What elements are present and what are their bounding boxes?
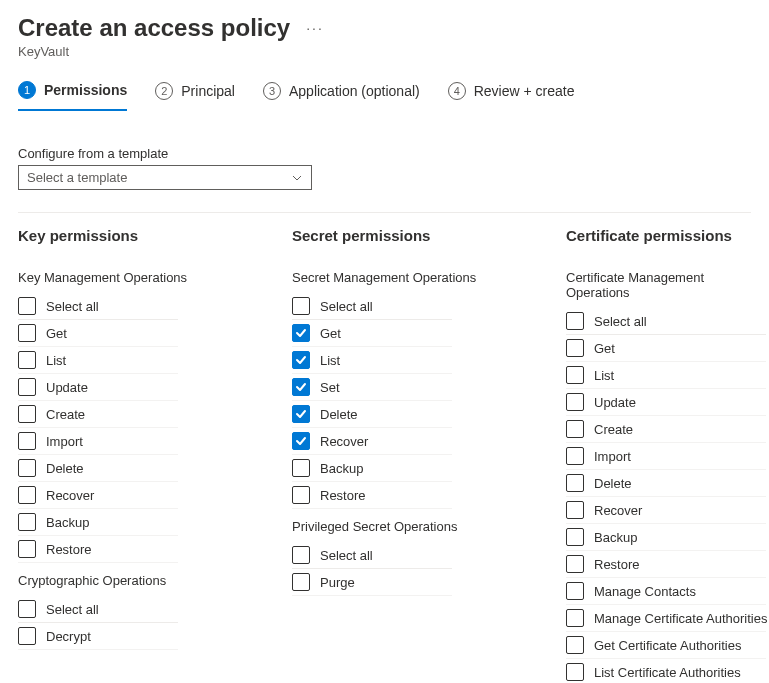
permission-row[interactable]: Set bbox=[292, 374, 452, 401]
permission-row[interactable]: Get bbox=[18, 320, 178, 347]
permission-row[interactable]: Create bbox=[566, 416, 766, 443]
checkbox[interactable] bbox=[292, 432, 310, 450]
checkbox[interactable] bbox=[566, 312, 584, 330]
checkbox[interactable] bbox=[18, 627, 36, 645]
permission-label: Restore bbox=[320, 488, 366, 503]
permission-row[interactable]: Select all bbox=[292, 542, 452, 569]
template-select[interactable]: Select a template bbox=[18, 165, 312, 190]
permission-label: List bbox=[594, 368, 614, 383]
wizard-step-1[interactable]: 1Permissions bbox=[18, 81, 127, 111]
checkbox[interactable] bbox=[18, 324, 36, 342]
permission-row[interactable]: List bbox=[18, 347, 178, 374]
checkbox[interactable] bbox=[566, 528, 584, 546]
checkbox[interactable] bbox=[292, 324, 310, 342]
checkbox[interactable] bbox=[18, 600, 36, 618]
permission-row[interactable]: Select all bbox=[292, 293, 452, 320]
permission-row[interactable]: Select all bbox=[18, 293, 178, 320]
permission-row[interactable]: List bbox=[566, 362, 766, 389]
checkbox[interactable] bbox=[566, 420, 584, 438]
permission-label: List bbox=[46, 353, 66, 368]
permission-row[interactable]: Recover bbox=[18, 482, 178, 509]
checkbox[interactable] bbox=[292, 297, 310, 315]
permission-row[interactable]: Purge bbox=[292, 569, 452, 596]
permission-row[interactable]: Backup bbox=[18, 509, 178, 536]
permission-row[interactable]: Backup bbox=[292, 455, 452, 482]
permission-row[interactable]: Recover bbox=[566, 497, 766, 524]
permission-row[interactable]: Create bbox=[18, 401, 178, 428]
permission-label: Get Certificate Authorities bbox=[594, 638, 741, 653]
checkbox[interactable] bbox=[566, 366, 584, 384]
permission-row[interactable]: Restore bbox=[292, 482, 452, 509]
column-title: Key permissions bbox=[18, 227, 291, 244]
column-title: Secret permissions bbox=[292, 227, 565, 244]
checkbox[interactable] bbox=[292, 378, 310, 396]
permission-row[interactable]: Delete bbox=[292, 401, 452, 428]
permission-row[interactable]: Get bbox=[292, 320, 452, 347]
permission-label: Delete bbox=[320, 407, 358, 422]
permission-row[interactable]: Update bbox=[566, 389, 766, 416]
permission-row[interactable]: Update bbox=[18, 374, 178, 401]
permission-row[interactable]: Get bbox=[566, 335, 766, 362]
permission-column: Certificate permissionsCertificate Manag… bbox=[566, 227, 766, 683]
permission-label: Backup bbox=[320, 461, 363, 476]
permission-row[interactable]: Import bbox=[566, 443, 766, 470]
checkbox[interactable] bbox=[566, 393, 584, 411]
checkbox[interactable] bbox=[18, 351, 36, 369]
step-label: Review + create bbox=[474, 83, 575, 99]
permission-row[interactable]: List Certificate Authorities bbox=[566, 659, 766, 683]
permission-label: Select all bbox=[46, 602, 99, 617]
wizard-steps: 1Permissions2Principal3Application (opti… bbox=[18, 81, 751, 112]
operation-group-title: Cryptographic Operations bbox=[18, 573, 291, 588]
checkbox[interactable] bbox=[18, 378, 36, 396]
permission-label: Delete bbox=[594, 476, 632, 491]
checkbox[interactable] bbox=[292, 546, 310, 564]
wizard-step-4[interactable]: 4Review + create bbox=[448, 81, 575, 111]
checkbox[interactable] bbox=[292, 486, 310, 504]
checkbox[interactable] bbox=[566, 474, 584, 492]
permission-row[interactable]: Delete bbox=[566, 470, 766, 497]
more-icon[interactable]: ··· bbox=[306, 20, 324, 36]
checkbox[interactable] bbox=[18, 459, 36, 477]
permission-label: Restore bbox=[46, 542, 92, 557]
permission-label: Update bbox=[46, 380, 88, 395]
wizard-step-3[interactable]: 3Application (optional) bbox=[263, 81, 420, 111]
checkbox[interactable] bbox=[566, 339, 584, 357]
checkbox[interactable] bbox=[566, 609, 584, 627]
permission-row[interactable]: Manage Certificate Authorities bbox=[566, 605, 766, 632]
permission-row[interactable]: Get Certificate Authorities bbox=[566, 632, 766, 659]
checkbox[interactable] bbox=[566, 636, 584, 654]
checkbox[interactable] bbox=[18, 513, 36, 531]
checkbox[interactable] bbox=[292, 351, 310, 369]
checkbox[interactable] bbox=[292, 459, 310, 477]
checkbox[interactable] bbox=[18, 540, 36, 558]
checkbox[interactable] bbox=[566, 663, 584, 681]
permission-row[interactable]: Restore bbox=[566, 551, 766, 578]
permission-row[interactable]: List bbox=[292, 347, 452, 374]
permission-label: Decrypt bbox=[46, 629, 91, 644]
permission-label: Manage Certificate Authorities bbox=[594, 611, 767, 626]
checkbox[interactable] bbox=[18, 432, 36, 450]
checkbox[interactable] bbox=[566, 501, 584, 519]
permission-label: Recover bbox=[320, 434, 368, 449]
permission-row[interactable]: Recover bbox=[292, 428, 452, 455]
permission-label: Select all bbox=[320, 548, 373, 563]
permission-row[interactable]: Select all bbox=[566, 308, 766, 335]
checkbox[interactable] bbox=[292, 405, 310, 423]
permission-row[interactable]: Select all bbox=[18, 596, 178, 623]
wizard-step-2[interactable]: 2Principal bbox=[155, 81, 235, 111]
permission-row[interactable]: Decrypt bbox=[18, 623, 178, 650]
checkbox[interactable] bbox=[18, 405, 36, 423]
permission-row[interactable]: Import bbox=[18, 428, 178, 455]
step-badge: 4 bbox=[448, 82, 466, 100]
permission-row[interactable]: Manage Contacts bbox=[566, 578, 766, 605]
permission-row[interactable]: Restore bbox=[18, 536, 178, 563]
permission-label: Select all bbox=[320, 299, 373, 314]
checkbox[interactable] bbox=[18, 486, 36, 504]
checkbox[interactable] bbox=[18, 297, 36, 315]
checkbox[interactable] bbox=[566, 582, 584, 600]
checkbox[interactable] bbox=[292, 573, 310, 591]
checkbox[interactable] bbox=[566, 555, 584, 573]
permission-row[interactable]: Backup bbox=[566, 524, 766, 551]
checkbox[interactable] bbox=[566, 447, 584, 465]
permission-row[interactable]: Delete bbox=[18, 455, 178, 482]
